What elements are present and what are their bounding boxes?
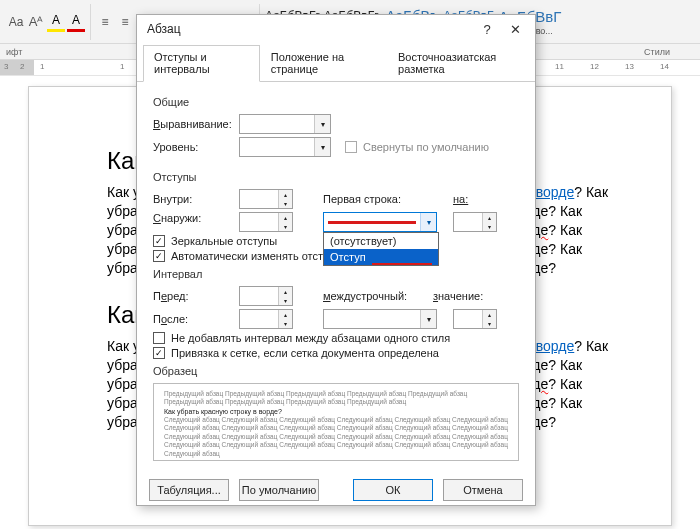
dialog-panel: Общие ВВыравнивание:ыравнивание: ▾ Урове… xyxy=(137,82,535,469)
value-spinner[interactable]: ▴▾ xyxy=(453,309,497,329)
dialog-buttons: Табуляция... По умолчанию ОК Отмена xyxy=(137,469,535,505)
section-indents: Отступы xyxy=(153,171,519,183)
alignment-label: ВВыравнивание:ыравнивание: xyxy=(153,118,239,130)
default-button[interactable]: По умолчанию xyxy=(239,479,319,501)
alignment-combo[interactable]: ▾ xyxy=(239,114,331,134)
grid-label: Привязка к сетке, если сетка документа о… xyxy=(171,347,439,359)
auto-right-checkbox[interactable] xyxy=(153,250,165,262)
chevron-down-icon: ▾ xyxy=(314,138,330,156)
level-combo[interactable]: ▾ xyxy=(239,137,331,157)
firstline-option-none[interactable]: (отсутствует) xyxy=(324,233,438,249)
help-button[interactable]: ? xyxy=(473,22,501,37)
grid-checkbox[interactable] xyxy=(153,347,165,359)
section-spacing: Интервал xyxy=(153,268,519,280)
outside-label: Снаружи: xyxy=(153,212,239,224)
inside-spinner[interactable]: ▴▾ xyxy=(239,189,293,209)
mirror-checkbox[interactable] xyxy=(153,235,165,247)
preview-box: Предыдущий абзац Предыдущий абзац Предыд… xyxy=(153,383,519,461)
tabs-button[interactable]: Табуляция... xyxy=(149,479,229,501)
ok-button[interactable]: ОК xyxy=(353,479,433,501)
linespacing-combo[interactable]: ▾ xyxy=(323,309,437,329)
chevron-down-icon: ▾ xyxy=(420,310,436,328)
inside-label: Внутри: xyxy=(153,193,239,205)
dialog-title: Абзац xyxy=(147,22,473,36)
before-spinner[interactable]: ▴▾ xyxy=(239,286,293,306)
outside-spinner[interactable]: ▴▾ xyxy=(239,212,293,232)
firstline-label: Первая строка: xyxy=(323,193,423,205)
by-spinner[interactable]: ▴▾ xyxy=(453,212,497,232)
group-styles-label: Стили xyxy=(644,47,670,57)
section-sample: Образец xyxy=(153,365,519,377)
firstline-dropdown: (отсутствует) Отступ xyxy=(323,232,439,266)
chevron-down-icon: ▾ xyxy=(420,213,436,231)
font-larger-icon[interactable]: Aᴬ xyxy=(27,12,45,32)
value-label: значение: xyxy=(433,290,483,302)
font-color-icon[interactable]: A xyxy=(67,12,85,32)
dialog-tabs: Отступы и интервалы Положение на страниц… xyxy=(137,45,535,82)
collapsed-label: Свернуты по умолчанию xyxy=(363,141,489,153)
dialog-titlebar[interactable]: Абзац ? ✕ xyxy=(137,15,535,43)
tab-position[interactable]: Положение на странице xyxy=(260,45,387,82)
cancel-button[interactable]: Отмена xyxy=(443,479,523,501)
tab-indents[interactable]: Отступы и интервалы xyxy=(143,45,260,82)
mirror-label: Зеркальные отступы xyxy=(171,235,277,247)
collapsed-checkbox xyxy=(345,141,357,153)
after-label: После: xyxy=(153,313,239,325)
font-aa-icon[interactable]: Aa xyxy=(7,12,25,32)
after-spinner[interactable]: ▴▾ xyxy=(239,309,293,329)
bullets-icon[interactable]: ≡ xyxy=(96,12,114,32)
no-same-style-label: Не добавлять интервал между абзацами одн… xyxy=(171,332,450,344)
level-label: Уровень: xyxy=(153,141,239,153)
section-general: Общие xyxy=(153,96,519,108)
firstline-combo[interactable]: ▾ (отсутствует) Отступ xyxy=(323,212,437,232)
firstline-option-indent[interactable]: Отступ xyxy=(324,249,438,265)
paragraph-dialog: Абзац ? ✕ Отступы и интервалы Положение … xyxy=(136,14,536,506)
group-font-label: ифт xyxy=(6,47,22,57)
tab-east[interactable]: Восточноазиатская разметка xyxy=(387,45,535,82)
linespacing-label: междустрочный: xyxy=(323,290,423,302)
numbering-icon[interactable]: ≡ xyxy=(116,12,134,32)
chevron-down-icon: ▾ xyxy=(314,115,330,133)
by-label: на: xyxy=(453,193,468,205)
highlight-icon[interactable]: A xyxy=(47,12,65,32)
before-label: Перед: xyxy=(153,290,239,302)
no-same-style-checkbox[interactable] xyxy=(153,332,165,344)
close-button[interactable]: ✕ xyxy=(501,22,529,37)
annotation-highlight xyxy=(328,221,416,224)
